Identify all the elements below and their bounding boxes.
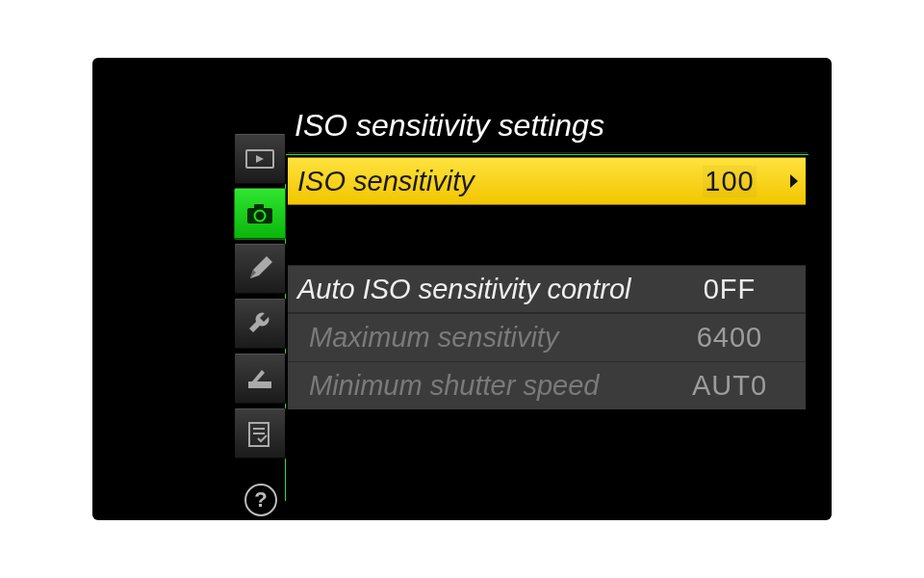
row-value: AUT0 [690, 370, 769, 402]
tab-setup[interactable] [234, 298, 286, 350]
chevron-right-icon [783, 172, 806, 190]
title-divider [288, 152, 808, 154]
camera-icon [244, 197, 276, 230]
mymenu-icon [244, 417, 276, 450]
tab-playback[interactable] [234, 133, 286, 185]
row-auto-iso-control[interactable]: Auto ISO sensitivity control 0FF [288, 265, 806, 313]
row-label: Auto ISO sensitivity control [288, 274, 677, 305]
row-label: ISO sensitivity [288, 166, 677, 197]
svg-marker-12 [790, 174, 798, 188]
pencil-icon [244, 252, 276, 285]
retouch-icon [244, 362, 276, 395]
row-value: 6400 [695, 322, 765, 354]
row-value: 100 [703, 166, 756, 197]
row-value: 0FF [702, 274, 758, 305]
playback-icon [244, 143, 276, 175]
row-label: Minimum shutter speed [288, 370, 677, 402]
settings-list: ISO sensitivity 100 Auto ISO sensitivity… [288, 157, 806, 409]
svg-marker-8 [252, 370, 265, 381]
list-spacer [288, 205, 806, 265]
camera-menu-screen: ISO sensitivity settings [92, 58, 832, 520]
help-label: ? [254, 487, 267, 512]
svg-rect-3 [254, 204, 264, 209]
row-label: Maximum sensitivity [288, 322, 677, 354]
row-minimum-shutter-speed: Minimum shutter speed AUT0 [288, 361, 806, 409]
sidebar-tabs [234, 133, 286, 462]
wrench-icon [244, 307, 276, 340]
row-iso-sensitivity[interactable]: ISO sensitivity 100 [288, 157, 806, 205]
help-button[interactable]: ? [244, 484, 277, 516]
row-maximum-sensitivity: Maximum sensitivity 6400 [288, 313, 806, 361]
tab-retouch[interactable] [234, 353, 286, 405]
svg-marker-1 [256, 155, 264, 163]
tab-shooting[interactable] [234, 188, 286, 240]
tab-mymenu[interactable] [234, 407, 286, 460]
tab-custom[interactable] [234, 243, 286, 295]
page-title: ISO sensitivity settings [295, 108, 604, 144]
svg-rect-7 [248, 381, 271, 388]
